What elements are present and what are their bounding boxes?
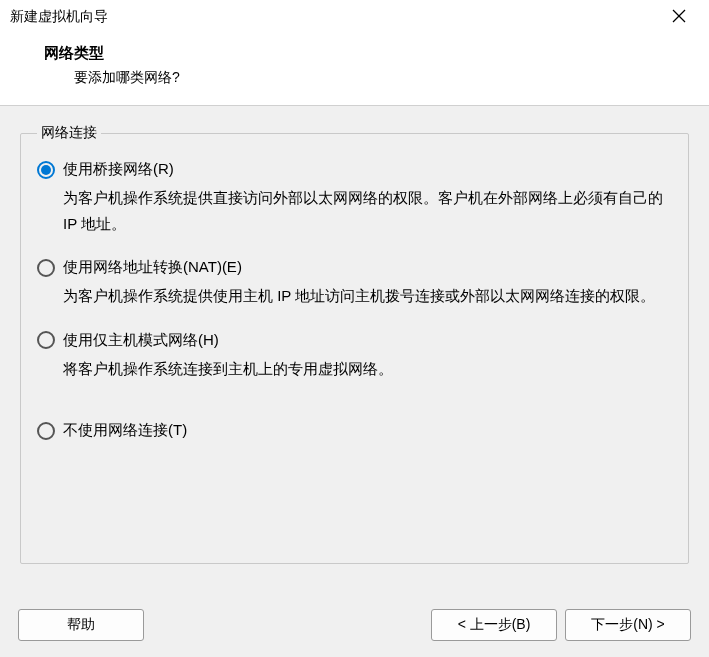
radio-none[interactable]: 不使用网络连接(T) [37, 421, 672, 440]
page-subtitle: 要添加哪类网络? [74, 69, 689, 87]
radio-bridged[interactable]: 使用桥接网络(R) [37, 160, 672, 179]
back-button[interactable]: < 上一步(B) [431, 609, 557, 641]
option-bridged: 使用桥接网络(R) 为客户机操作系统提供直接访问外部以太网网络的权限。客户机在外… [37, 160, 672, 236]
help-button[interactable]: 帮助 [18, 609, 144, 641]
option-nat: 使用网络地址转换(NAT)(E) 为客户机操作系统提供使用主机 IP 地址访问主… [37, 258, 672, 309]
titlebar: 新建虚拟机向导 [0, 0, 709, 34]
radio-hostonly[interactable]: 使用仅主机模式网络(H) [37, 331, 672, 350]
option-label: 不使用网络连接(T) [63, 421, 187, 440]
option-desc: 为客户机操作系统提供直接访问外部以太网网络的权限。客户机在外部网络上必须有自己的… [63, 185, 672, 236]
option-desc: 将客户机操作系统连接到主机上的专用虚拟网络。 [63, 356, 672, 382]
wizard-footer: 帮助 < 上一步(B) 下一步(N) > [0, 599, 709, 657]
option-label: 使用桥接网络(R) [63, 160, 174, 179]
radio-icon [37, 422, 55, 440]
window-title: 新建虚拟机向导 [10, 8, 659, 26]
network-connection-group: 网络连接 使用桥接网络(R) 为客户机操作系统提供直接访问外部以太网网络的权限。… [20, 124, 689, 564]
radio-icon [37, 161, 55, 179]
option-hostonly: 使用仅主机模式网络(H) 将客户机操作系统连接到主机上的专用虚拟网络。 [37, 331, 672, 382]
option-label: 使用仅主机模式网络(H) [63, 331, 219, 350]
group-legend: 网络连接 [37, 124, 101, 142]
option-desc: 为客户机操作系统提供使用主机 IP 地址访问主机拨号连接或外部以太网网络连接的权… [63, 283, 672, 309]
page-title: 网络类型 [44, 44, 689, 63]
wizard-header: 网络类型 要添加哪类网络? [0, 34, 709, 106]
radio-nat[interactable]: 使用网络地址转换(NAT)(E) [37, 258, 672, 277]
radio-icon [37, 259, 55, 277]
wizard-window: 新建虚拟机向导 网络类型 要添加哪类网络? 网络连接 使用桥接网络(R) 为客户… [0, 0, 709, 657]
close-icon[interactable] [659, 7, 699, 28]
next-button[interactable]: 下一步(N) > [565, 609, 691, 641]
radio-icon [37, 331, 55, 349]
wizard-body: 网络连接 使用桥接网络(R) 为客户机操作系统提供直接访问外部以太网网络的权限。… [0, 106, 709, 599]
option-none: 不使用网络连接(T) [37, 421, 672, 440]
option-label: 使用网络地址转换(NAT)(E) [63, 258, 242, 277]
